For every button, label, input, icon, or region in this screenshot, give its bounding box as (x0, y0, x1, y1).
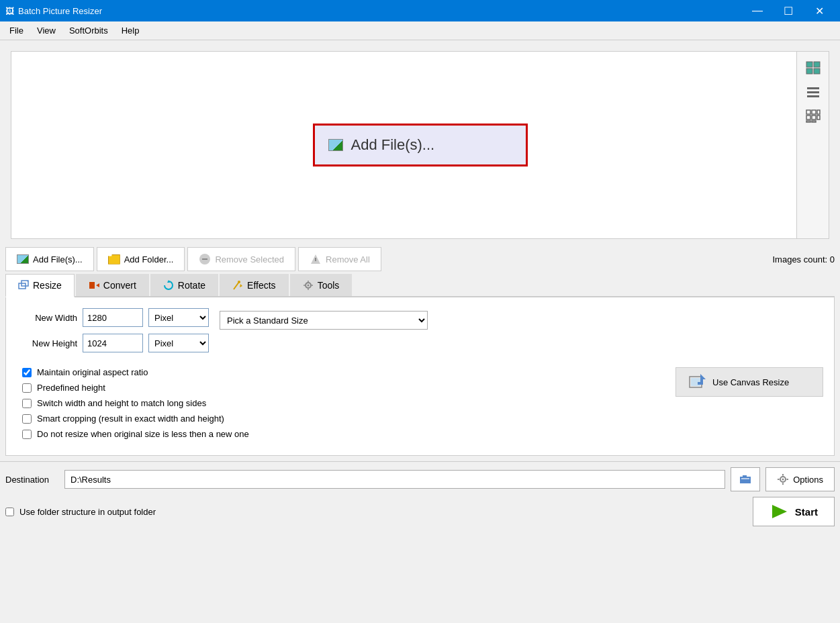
destination-input[interactable] (64, 470, 725, 489)
grid-view-button[interactable] (801, 105, 825, 127)
start-button[interactable]: Start (753, 497, 835, 526)
start-label: Start (795, 506, 818, 518)
svg-rect-37 (741, 478, 749, 479)
titlebar: 🖼 Batch Picture Resizer — ☐ ✕ (0, 0, 840, 21)
smart-crop-checkbox[interactable] (22, 414, 32, 424)
tabs-row: Resize Convert Rotate (5, 274, 835, 297)
svg-marker-23 (96, 283, 99, 287)
remove-selected-button[interactable]: Remove Selected (187, 247, 295, 271)
menubar: File View SoftOrbits Help (0, 21, 840, 40)
remove-all-icon (310, 253, 322, 265)
tabs-panel: Resize Convert Rotate (0, 274, 840, 461)
no-resize-row: Do not resize when original size is less… (17, 429, 249, 439)
svg-rect-2 (806, 68, 812, 74)
folder-structure-row: Use folder structure in output folder (5, 507, 156, 517)
options-gear-icon (777, 473, 789, 485)
svg-rect-8 (812, 110, 816, 114)
resize-tab-icon (18, 280, 29, 291)
maintain-aspect-label: Maintain original aspect ratio (37, 367, 148, 377)
tab-resize[interactable]: Resize (5, 274, 75, 297)
width-row: New Width Pixel Percent Inch Cm Mm (17, 308, 209, 327)
new-width-label: New Width (17, 313, 77, 323)
add-folder-label: Add Folder... (124, 254, 174, 265)
standard-size-select[interactable]: Pick a Standard Size 640x480 800x600 102… (220, 311, 428, 330)
titlebar-controls: — ☐ ✕ (742, 0, 835, 21)
browse-button[interactable] (731, 467, 760, 491)
filelist-container: Add File(s)... (11, 51, 829, 239)
tab-tools[interactable]: Tools (290, 274, 353, 296)
grid-view-icon (806, 109, 821, 123)
maximize-button[interactable]: ☐ (773, 0, 804, 21)
start-icon (769, 502, 790, 521)
destination-row: Destination Options (5, 467, 835, 491)
menu-file[interactable]: File (3, 23, 30, 38)
minimize-button[interactable]: — (742, 0, 773, 21)
predefined-height-label: Predefined height (37, 383, 105, 393)
svg-point-26 (238, 281, 240, 283)
thumbnails-view-button[interactable] (801, 57, 825, 79)
svg-rect-22 (89, 282, 95, 289)
add-files-toolbar-icon (17, 254, 29, 264)
tools-tab-icon (303, 280, 314, 291)
no-resize-checkbox[interactable] (22, 430, 32, 439)
svg-rect-14 (812, 121, 816, 122)
svg-marker-44 (772, 505, 787, 518)
svg-rect-13 (806, 121, 810, 122)
tab-effects[interactable]: Effects (220, 274, 289, 296)
tab-content: New Width Pixel Percent Inch Cm Mm New H… (5, 297, 835, 456)
folder-structure-checkbox[interactable] (5, 508, 14, 516)
tab-rotate[interactable]: Rotate (150, 274, 218, 296)
remove-all-button[interactable]: Remove All (298, 247, 381, 271)
width-unit-select[interactable]: Pixel Percent Inch Cm Mm (148, 308, 209, 327)
predefined-height-row: Predefined height (17, 383, 249, 393)
canvas-resize-button[interactable]: Use Canvas Resize (675, 367, 823, 397)
close-button[interactable]: ✕ (804, 0, 835, 21)
app-title: Batch Picture Resizer (18, 6, 102, 16)
predefined-height-checkbox[interactable] (22, 383, 32, 393)
switch-wh-label: Switch width and height to match long si… (37, 398, 206, 408)
switch-wh-row: Switch width and height to match long si… (17, 398, 249, 408)
maintain-aspect-checkbox[interactable] (22, 368, 32, 377)
svg-rect-7 (806, 110, 810, 114)
thumbnails-icon (806, 61, 821, 75)
add-files-button[interactable]: Add File(s)... (5, 247, 94, 271)
list-view-button[interactable] (801, 81, 825, 103)
tab-tools-label: Tools (318, 280, 340, 291)
canvas-resize-label: Use Canvas Resize (712, 377, 789, 387)
width-input[interactable] (83, 308, 143, 327)
titlebar-left: 🖼 Batch Picture Resizer (5, 6, 102, 16)
svg-rect-4 (807, 87, 819, 89)
svg-point-29 (307, 285, 309, 287)
menu-view[interactable]: View (30, 23, 62, 38)
svg-rect-9 (817, 110, 820, 114)
height-row: New Height Pixel Percent Inch Cm Mm (17, 334, 209, 352)
add-files-center-label: Add File(s)... (351, 136, 435, 154)
height-unit-select[interactable]: Pixel Percent Inch Cm Mm (148, 334, 209, 352)
folder-structure-label: Use folder structure in output folder (19, 507, 156, 517)
tab-convert[interactable]: Convert (76, 274, 149, 296)
add-folder-icon (108, 254, 120, 265)
convert-tab-icon (89, 280, 99, 291)
browse-icon (737, 471, 753, 487)
add-folder-button[interactable]: Add Folder... (97, 247, 185, 271)
add-files-label: Add File(s)... (33, 254, 83, 265)
svg-rect-1 (814, 62, 820, 67)
options-button[interactable]: Options (765, 467, 835, 491)
view-panel (796, 52, 829, 238)
menu-help[interactable]: Help (115, 23, 146, 38)
bottom-bar: Destination Options (0, 461, 840, 532)
svg-marker-27 (240, 284, 242, 287)
tab-rotate-label: Rotate (178, 280, 205, 291)
images-count: Images count: 0 (772, 254, 835, 265)
add-files-center-button[interactable]: Add File(s)... (313, 124, 528, 166)
menu-softorbits[interactable]: SoftOrbits (62, 23, 115, 38)
height-input[interactable] (83, 334, 143, 352)
svg-rect-12 (817, 115, 820, 119)
remove-selected-label: Remove Selected (215, 254, 284, 265)
new-height-label: New Height (17, 338, 77, 348)
checkboxes-area: Maintain original aspect ratio Predefine… (17, 367, 249, 444)
main-area: Add File(s)... (0, 40, 840, 623)
switch-wh-checkbox[interactable] (22, 399, 32, 408)
svg-rect-5 (807, 91, 819, 93)
remove-selected-icon (199, 253, 211, 265)
